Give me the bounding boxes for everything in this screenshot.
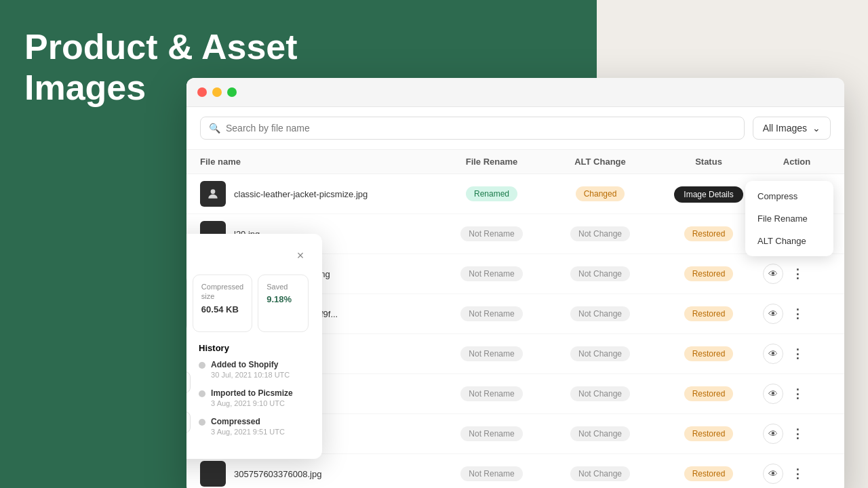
alt-tag-section: ALT Tag ORIGINAL ALT TAG NEW ALT TAG — [186, 343, 191, 445]
status-badge-5: Restored — [684, 386, 734, 401]
new-alt-label: NEW ALT TAG — [186, 400, 191, 407]
image-details-modal: Image Details × Imagetype PRODUCT FileTy… — [186, 234, 322, 459]
app-window: 🔍 All Images ⌄ File name File Rename ALT… — [186, 78, 844, 488]
details-section: File name ORIGINAL FILE NAME NEW FILE NA… — [186, 343, 309, 445]
stat-saved: Saved 9.18% — [258, 274, 309, 332]
alt-tag-section-title: ALT Tag — [186, 343, 191, 353]
file-thumb — [200, 461, 226, 487]
history-date-0: 30 Jul, 2021 10:18 UTC — [211, 371, 290, 379]
table-header: File name File Rename ALT Change Status … — [186, 150, 844, 174]
rename-badge-4: Not Rename — [460, 346, 522, 361]
history-section-title: History — [199, 343, 309, 353]
status-badge-2: Restored — [684, 266, 734, 281]
rename-badge-0: Renamed — [466, 186, 517, 201]
more-icon-4[interactable]: ⋮ — [787, 344, 806, 363]
rename-badge-3: Not Rename — [460, 306, 522, 321]
col-action: Action — [763, 157, 831, 167]
history-dot-1 — [199, 390, 205, 397]
table-row: 305757603376008.jpg Not Rename Not Chang… — [186, 454, 844, 488]
rename-badge-1: Not Rename — [460, 226, 522, 241]
col-filename: File name — [200, 157, 437, 167]
filter-label: All Images — [763, 123, 807, 134]
modal-overlay: Image Details × Imagetype PRODUCT FileTy… — [186, 234, 322, 459]
file-name-7: 305757603376008.jpg — [234, 469, 321, 479]
rename-cell-0: Renamed — [437, 186, 546, 201]
stat-saved-label: Saved — [267, 282, 300, 291]
image-details-badge[interactable]: Image Details — [674, 186, 743, 203]
modal-close-button[interactable]: × — [292, 247, 309, 264]
minimize-dot[interactable] — [212, 87, 222, 97]
stats-row: Imagetype PRODUCT FileType JPG Originals… — [186, 274, 309, 332]
col-status: Status — [654, 157, 763, 167]
rename-badge-7: Not Rename — [460, 466, 522, 481]
more-icon-2[interactable]: ⋮ — [787, 264, 806, 283]
dropdown-file-rename[interactable]: File Rename — [745, 207, 833, 230]
alt-badge-3: Not Change — [570, 306, 630, 321]
rename-badge-5: Not Rename — [460, 386, 522, 401]
title-bar — [186, 78, 844, 107]
history-item-1: Imported to Picsmize 3 Aug, 2021 9:10 UT… — [199, 388, 309, 407]
status-badge-3: Restored — [684, 306, 734, 321]
eye-icon-3[interactable]: 👁 — [763, 304, 783, 324]
filter-select[interactable]: All Images ⌄ — [753, 117, 831, 140]
eye-icon-2[interactable]: 👁 — [763, 264, 783, 284]
col-alt: ALT Change — [546, 157, 654, 167]
alt-badge-7: Not Change — [570, 466, 630, 481]
eye-icon-7[interactable]: 👁 — [763, 464, 783, 484]
history-section: History Added to Shopify 30 Jul, 2021 10… — [199, 343, 309, 445]
status-badge-1: Restored — [684, 226, 734, 241]
file-name-0: classic-leather-jacket-picsmize.jpg — [234, 189, 368, 199]
stat-compressed-size-value: 60.54 KB — [201, 304, 243, 314]
history-date-1: 3 Aug, 2021 9:10 UTC — [211, 399, 293, 407]
toolbar: 🔍 All Images ⌄ — [186, 107, 844, 150]
stat-original-size: Originalsize 70.20 KB — [186, 274, 187, 332]
history-event-0: Added to Shopify — [211, 360, 290, 369]
svg-point-0 — [211, 189, 216, 194]
chevron-down-icon: ⌄ — [812, 123, 821, 134]
history-date-2: 3 Aug, 2021 9:51 UTC — [211, 428, 285, 436]
history-event-1: Imported to Picsmize — [211, 388, 293, 398]
history-dot-0 — [199, 362, 205, 369]
status-badge-7: Restored — [684, 466, 734, 481]
close-dot[interactable] — [197, 87, 207, 97]
file-thumb — [200, 181, 226, 207]
alt-badge-4: Not Change — [570, 346, 630, 361]
dropdown-alt-change[interactable]: ALT Change — [745, 230, 833, 252]
original-alt-label: ORIGINAL ALT TAG — [186, 360, 191, 367]
stat-saved-value: 9.18% — [267, 294, 300, 304]
dropdown-compress[interactable]: Compress — [745, 185, 833, 207]
history-dot-2 — [199, 419, 205, 426]
table-row: classic-leather-jacket-picsmize.jpg Rena… — [186, 174, 844, 214]
search-box[interactable]: 🔍 — [200, 117, 745, 140]
alt-badge-0: Changed — [576, 186, 625, 201]
rename-badge-2: Not Rename — [460, 266, 522, 281]
alt-badge-1: Not Change — [570, 226, 630, 241]
alt-badge-2: Not Change — [570, 266, 630, 281]
modal-header: Image Details × — [186, 247, 309, 264]
history-event-2: Compressed — [211, 417, 285, 426]
maximize-dot[interactable] — [227, 87, 237, 97]
eye-icon-5[interactable]: 👁 — [763, 384, 783, 404]
status-badge-6: Restored — [684, 426, 734, 441]
eye-icon-4[interactable]: 👁 — [763, 344, 783, 364]
dropdown-menu: Compress File Rename ALT Change — [745, 181, 833, 256]
new-alt-input[interactable] — [186, 411, 191, 433]
status-badge-4: Restored — [684, 346, 734, 361]
stat-compressed-size-label: Compressedsize — [201, 282, 243, 302]
alt-badge-6: Not Change — [570, 426, 630, 441]
alt-cell-0: Changed — [546, 186, 654, 201]
more-icon-3[interactable]: ⋮ — [787, 304, 806, 323]
original-alt-input[interactable] — [186, 371, 191, 393]
col-rename: File Rename — [437, 157, 546, 167]
alt-badge-5: Not Change — [570, 386, 630, 401]
more-icon-5[interactable]: ⋮ — [787, 384, 806, 403]
more-icon-6[interactable]: ⋮ — [787, 424, 806, 443]
stat-compressed-size: Compressedsize 60.54 KB — [193, 274, 252, 332]
more-icon-7[interactable]: ⋮ — [787, 464, 806, 483]
search-icon: 🔍 — [209, 123, 220, 134]
file-cell: 305757603376008.jpg — [200, 461, 437, 487]
search-input[interactable] — [226, 123, 736, 134]
eye-icon-6[interactable]: 👁 — [763, 424, 783, 444]
history-item-2: Compressed 3 Aug, 2021 9:51 UTC — [199, 417, 309, 436]
history-item-0: Added to Shopify 30 Jul, 2021 10:18 UTC — [199, 360, 309, 379]
